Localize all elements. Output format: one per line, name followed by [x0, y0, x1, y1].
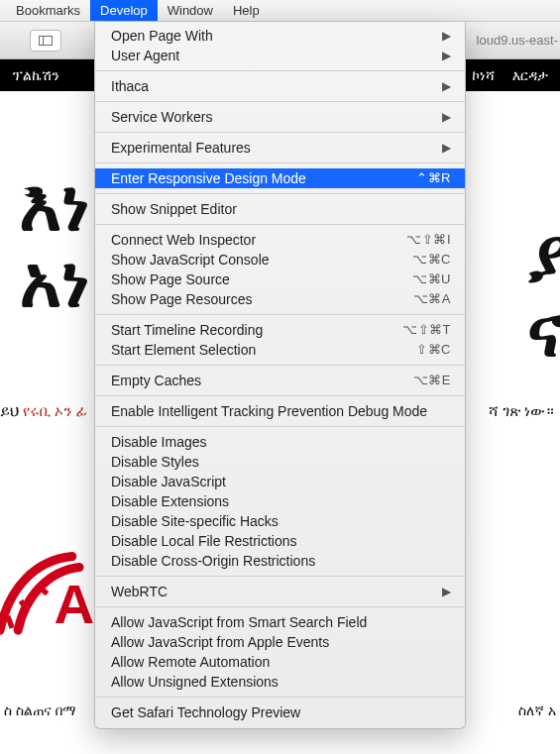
menu-item-label: Start Element Selection [111, 340, 256, 360]
menu-item-label: Connect Web Inspector [111, 230, 256, 250]
hero-text: ና [526, 291, 560, 371]
menu-item[interactable]: Experimental Features▶ [95, 138, 465, 158]
navbar-link[interactable]: እርዳታ [512, 67, 548, 84]
menu-item-label: Experimental Features [111, 138, 251, 158]
hero-text: አነ [20, 242, 90, 321]
menu-item-label: Open Page With [111, 26, 213, 46]
menu-shortcut: ⌥⌘C [412, 250, 451, 269]
menu-separator [95, 224, 465, 225]
subline-text: ሻ ገጽ ነው። [489, 402, 560, 420]
menubar-item-bookmarks[interactable]: Bookmarks [6, 0, 90, 21]
menubar-item-window[interactable]: Window [158, 0, 223, 21]
menu-item-label: Empty Caches [111, 371, 201, 390]
menu-separator [95, 395, 465, 396]
menu-item[interactable]: WebRTC▶ [95, 582, 465, 601]
menu-item[interactable]: Show Snippet Editor [95, 199, 465, 219]
menu-separator [95, 365, 465, 366]
svg-rect-0 [5, 615, 14, 629]
menubar-item-develop[interactable]: Develop [90, 0, 158, 21]
menu-item[interactable]: Disable Site-specific Hacks [95, 511, 465, 531]
menu-item[interactable]: Enable Intelligent Tracking Prevention D… [95, 401, 465, 421]
menu-shortcut: ⌥⇧⌘T [402, 320, 451, 340]
sidebar-toggle-button[interactable] [30, 30, 61, 52]
menu-item-label: Disable Styles [111, 452, 199, 472]
menu-item-label: Disable Extensions [111, 491, 229, 511]
menu-item[interactable]: Empty Caches⌥⌘E [95, 371, 465, 390]
menu-item-label: Disable Site-specific Hacks [111, 511, 279, 531]
menu-item-label: Show Snippet Editor [111, 199, 237, 219]
chevron-right-icon: ▶ [442, 46, 451, 65]
menu-separator [95, 162, 465, 163]
menu-item-label: Disable Cross-Origin Restrictions [111, 551, 315, 571]
menu-item-label: User Agent [111, 46, 179, 65]
menu-item[interactable]: Allow Unsigned Extensions [95, 672, 465, 692]
menu-item-label: Get Safari Technology Preview [111, 702, 300, 722]
menu-item-label: Disable Local File Restrictions [111, 531, 297, 551]
menu-item-label: Show Page Resources [111, 289, 252, 309]
menu-item[interactable]: Show Page Source⌥⌘U [95, 269, 465, 289]
subline-link[interactable]: የሩቢ ኦን ፊ [23, 402, 86, 419]
menu-separator [95, 193, 465, 194]
chevron-right-icon: ▶ [442, 138, 451, 158]
menu-item-label: Disable JavaScript [111, 472, 226, 491]
menu-item[interactable]: User Agent▶ [95, 46, 465, 65]
navbar-left-text: ፕልኬሽን [12, 67, 59, 84]
toolbar-spacer [8, 34, 22, 48]
menu-item[interactable]: Disable Images [95, 432, 465, 452]
chevron-right-icon: ▶ [442, 26, 451, 46]
menu-item-label: Show Page Source [111, 269, 230, 289]
menu-shortcut: ⌥⇧⌘I [406, 230, 451, 250]
menu-item-label: Allow Remote Automation [111, 652, 270, 672]
menu-item[interactable]: Disable Extensions [95, 491, 465, 511]
chevron-right-icon: ▶ [442, 76, 451, 96]
hero-text: ያ [526, 215, 560, 294]
menu-item[interactable]: Enter Responsive Design Mode⌃⌘R [95, 168, 465, 188]
subline-text: ይህ [0, 402, 19, 419]
menu-item[interactable]: Get Safari Technology Preview [95, 702, 465, 722]
menu-item-label: Enable Intelligent Tracking Prevention D… [111, 401, 427, 421]
menubar-item-help[interactable]: Help [223, 0, 270, 21]
menu-item-label: WebRTC [111, 582, 168, 601]
menu-separator [95, 697, 465, 698]
menu-item[interactable]: Start Timeline Recording⌥⇧⌘T [95, 320, 465, 340]
menu-item[interactable]: Allow JavaScript from Smart Search Field [95, 612, 465, 632]
menu-item[interactable]: Disable JavaScript [95, 472, 465, 491]
navbar-link[interactable]: ኮነሻ [472, 67, 495, 84]
menu-separator [95, 606, 465, 607]
hero-text-left: እነ አነ [20, 168, 90, 320]
menu-separator [95, 426, 465, 427]
menu-separator [95, 576, 465, 577]
menu-shortcut: ⌥⌘A [413, 289, 451, 309]
menu-separator [95, 314, 465, 315]
menu-item[interactable]: Ithaca▶ [95, 76, 465, 96]
menu-item-label: Start Timeline Recording [111, 320, 263, 340]
menu-shortcut: ⌃⌘R [416, 168, 451, 188]
footer-text: ስለኛ አ [518, 702, 556, 719]
menu-item[interactable]: Allow Remote Automation [95, 652, 465, 672]
menu-item[interactable]: Allow JavaScript from Apple Events [95, 632, 465, 652]
menu-item[interactable]: Disable Cross-Origin Restrictions [95, 551, 465, 571]
menu-item[interactable]: Show Page Resources⌥⌘A [95, 289, 465, 309]
hero-text: እነ [20, 165, 90, 245]
footer-text: ስ ስልጠና በማ [4, 702, 76, 719]
menu-item[interactable]: Connect Web Inspector⌥⇧⌘I [95, 230, 465, 250]
menu-separator [95, 101, 465, 102]
menu-item[interactable]: Show JavaScript Console⌥⌘C [95, 250, 465, 269]
menu-shortcut: ⇧⌘C [416, 340, 451, 360]
menu-item[interactable]: Start Element Selection⇧⌘C [95, 340, 465, 360]
chevron-right-icon: ▶ [442, 582, 451, 601]
menu-item-label: Allow JavaScript from Smart Search Field [111, 612, 367, 632]
menu-separator [95, 70, 465, 71]
menu-item-label: Allow Unsigned Extensions [111, 672, 279, 692]
menu-item-label: Allow JavaScript from Apple Events [111, 632, 329, 652]
menu-item-label: Ithaca [111, 76, 149, 96]
menu-item[interactable]: Disable Styles [95, 452, 465, 472]
menu-shortcut: ⌥⌘E [413, 371, 451, 390]
develop-menu-dropdown: Open Page With▶User Agent▶Ithaca▶Service… [94, 22, 466, 729]
sidebar-icon [39, 36, 53, 46]
menu-item[interactable]: Service Workers▶ [95, 107, 465, 127]
menu-item-label: Enter Responsive Design Mode [111, 168, 306, 188]
url-fragment: loud9.us-east- [477, 22, 558, 58]
menu-item[interactable]: Open Page With▶ [95, 26, 465, 46]
menu-item[interactable]: Disable Local File Restrictions [95, 531, 465, 551]
